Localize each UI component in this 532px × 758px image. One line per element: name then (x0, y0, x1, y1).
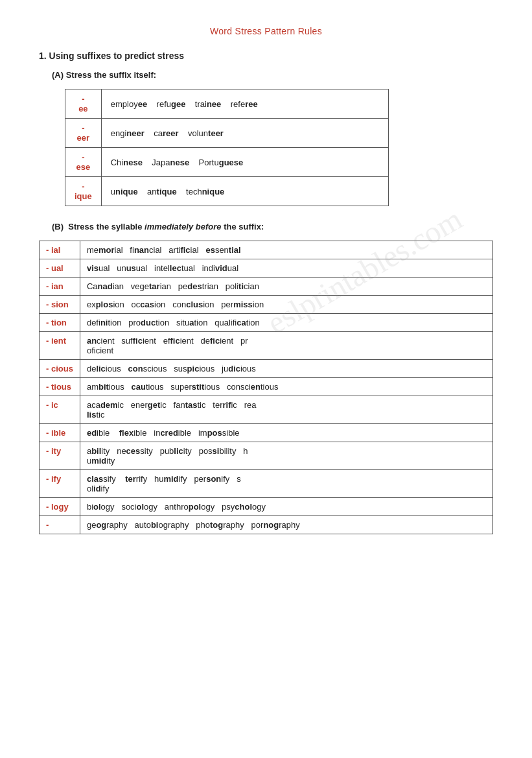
table-b: - ialmemorial financial artificial essen… (39, 241, 493, 534)
suffix-cell-b: - cious (40, 360, 80, 378)
suffix-cell-b: - ial (40, 241, 80, 259)
words-cell-b: memorial financial artificial essential (80, 241, 492, 259)
words-cell-b: geography autobiography photography porn… (80, 516, 492, 534)
words-cell-b: biology sociology anthropology psycholog… (80, 498, 492, 516)
suffix-cell: -ese (65, 148, 102, 177)
words-cell-b: explosion occasion conclusion permission (80, 296, 492, 314)
suffix-cell-b: - (40, 516, 80, 534)
words-cell-b: definition production situation qualific… (80, 314, 492, 332)
words-cell: unique antique technique (101, 177, 388, 206)
words-cell-b: classify terrify humidify personify soli… (80, 470, 492, 498)
suffix-cell-b: - ual (40, 259, 80, 278)
sub-heading-b: (B) Stress the syllable immediately befo… (52, 222, 493, 231)
words-cell-b: ambitious cautious superstitious conscie… (80, 378, 492, 396)
sub-heading-a: (A) Stress the suffix itself: (52, 70, 493, 80)
suffix-cell-b: - ient (40, 332, 80, 360)
words-cell: employee refugee trainee referee (101, 89, 388, 119)
words-cell-b: visual unusual intellectual individual (80, 259, 492, 278)
suffix-cell-b: - ity (40, 442, 80, 470)
words-cell-b: ability necessity publicity possibility … (80, 442, 492, 470)
suffix-cell: -ique (65, 177, 102, 206)
words-cell-b: Canadian vegetarian pedestrian politicia… (80, 278, 492, 296)
suffix-cell-b: - ic (40, 396, 80, 424)
table-a: -eeemployee refugee trainee referee-eere… (65, 89, 389, 206)
words-cell-b: academic energetic fantastic terrific re… (80, 396, 492, 424)
suffix-cell-b: - tious (40, 378, 80, 396)
suffix-cell-b: - tion (40, 314, 80, 332)
suffix-cell-b: - ify (40, 470, 80, 498)
words-cell: Chinese Japanese Portuguese (101, 148, 388, 177)
words-cell-b: ancient sufficient efficient deficient p… (80, 332, 492, 360)
suffix-cell: -ee (65, 89, 102, 119)
suffix-cell-b: - logy (40, 498, 80, 516)
suffix-cell-b: - ian (40, 278, 80, 296)
suffix-cell-b: - sion (40, 296, 80, 314)
words-cell-b: delicious conscious suspicious judicious (80, 360, 492, 378)
section-heading: 1. Using suffixes to predict stress (39, 51, 493, 61)
suffix-cell-b: - ible (40, 424, 80, 442)
page-container: eslprintables.com Word Stress Pattern Ru… (39, 26, 493, 534)
words-cell: engineer career volunteer (101, 119, 388, 148)
suffix-cell: -eer (65, 119, 102, 148)
words-cell-b: edible flexible incredible impossible (80, 424, 492, 442)
page-title: Word Stress Pattern Rules (39, 26, 493, 36)
